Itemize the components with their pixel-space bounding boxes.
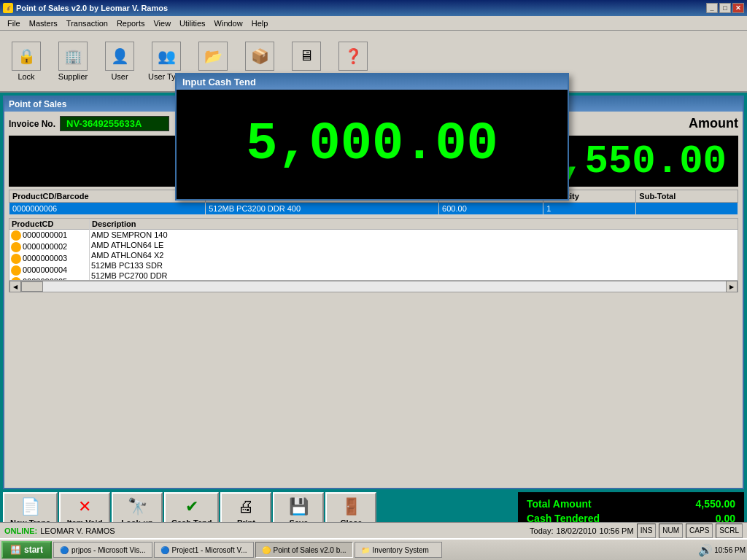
toolbar-icon-product: 📦 (245, 42, 274, 71)
toolbar-icon-about: ❓ (338, 42, 368, 71)
toolbar-btn-lock[interactable]: 🔒 Lock (6, 42, 47, 81)
status-online: ONLINE: (4, 526, 37, 535)
toolbar-icon-user type: 👥 (152, 42, 181, 71)
scroll-track[interactable] (21, 281, 726, 292)
taskbar-item-pos-icon: 🟡 (262, 546, 271, 554)
list-item-desc[interactable]: AMD ATHLON64 LE (90, 240, 738, 250)
list-item[interactable]: 0000000001 (9, 230, 89, 241)
toolbar-label-user: User (111, 72, 128, 81)
status-today-label: Today: (530, 526, 553, 535)
windows-logo: 🪟 (10, 545, 21, 555)
total-amount-label: Total Amount (527, 498, 592, 510)
taskbar-time: 10:56 PM (714, 546, 746, 554)
taskbar-item-project1[interactable]: 🔵 Project1 - Microsoft V... (154, 542, 254, 558)
taskbar-item-inventory[interactable]: 📁 Inventory System (355, 542, 442, 558)
cell-unit-price: 600.00 (439, 203, 543, 215)
menu-item-file[interactable]: File (3, 18, 25, 29)
close-app-icon: 🚪 (341, 497, 361, 517)
taskbar-item-prjpos-label: prjpos - Microsoft Vis... (71, 546, 146, 554)
menu-item-transaction[interactable]: Transaction (62, 18, 112, 29)
start-button[interactable]: 🪟 start (1, 541, 52, 559)
new-trans-icon: 📄 (20, 497, 40, 517)
menu-bar: FileMastersTransactionReportsViewUtiliti… (0, 16, 747, 31)
title-bar: 💰 Point of Sales v2.0 by Leomar V. Ramos… (0, 0, 747, 16)
horizontal-scrollbar[interactable]: ◀ ▶ (9, 281, 738, 292)
taskbar-item-pos-label: Point of Sales v2.0 b... (274, 546, 347, 554)
total-amount-row: Total Amount 4,550.00 (527, 498, 735, 510)
modal-title-bar: Input Cash Tend (177, 74, 568, 90)
status-time: 10:56 PM (600, 526, 634, 535)
minimize-button[interactable]: _ (706, 3, 718, 13)
status-user: LEOMAR V. RAMOS (40, 526, 115, 535)
taskbar-items: 🔵 prjpos - Microsoft Vis... 🔵 Project1 -… (53, 542, 697, 558)
cash-tend-icon: ✔ (185, 497, 198, 517)
list-header-description: Description (90, 219, 738, 230)
taskbar-item-project1-icon: 🔵 (160, 546, 169, 554)
scroll-right-btn[interactable]: ▶ (726, 281, 738, 292)
toolbar-label-supplier: Supplier (58, 72, 88, 81)
taskbar-item-inventory-label: Inventory System (373, 546, 429, 554)
maximize-button[interactable]: □ (719, 3, 731, 13)
cash-tend-modal: Input Cash Tend 5,000.00 (175, 73, 569, 201)
toolbar-btn-supplier[interactable]: 🏢 Supplier (53, 42, 93, 81)
taskbar-item-pos[interactable]: 🟡 Point of Sales v2.0 b... (255, 542, 353, 558)
menu-item-view[interactable]: View (149, 18, 175, 29)
modal-title: Input Cash Tend (182, 77, 256, 88)
close-button[interactable]: ✕ (732, 3, 744, 13)
menu-item-reports[interactable]: Reports (112, 18, 150, 29)
list-item-desc[interactable]: 512MB PC2700 DDR (90, 271, 738, 281)
item-void-icon: ✕ (78, 497, 91, 517)
invoice-value: NV-3649255633A (60, 116, 169, 131)
invoice-label: Invoice No. (9, 119, 55, 129)
list-header-productcd: ProductCD (9, 219, 89, 230)
col-sub-total: Sub-Total (636, 190, 738, 203)
cell-quantity: 1 (543, 203, 636, 215)
start-label: start (24, 545, 43, 555)
toolbar-icon-user: 👤 (105, 42, 134, 71)
amount-label: Amount (689, 116, 738, 131)
taskbar-item-prjpos-icon: 🔵 (60, 546, 69, 554)
scroll-thumb[interactable] (21, 281, 43, 292)
taskbar-item-project1-label: Project1 - Microsoft V... (172, 546, 247, 554)
list-item-desc[interactable]: AMD ATHLON64 X2 (90, 250, 738, 260)
menu-item-help[interactable]: Help (247, 18, 273, 29)
list-item-desc[interactable]: 512MB PC133 SDR (90, 260, 738, 271)
taskbar-clock: 🔊 10:56 PM (698, 543, 746, 557)
status-bar: ONLINE: LEOMAR V. RAMOS Today: 18/02/201… (0, 522, 747, 538)
toolbar-icon-category: 📂 (198, 42, 228, 71)
toolbar-btn-user[interactable]: 👤 User (99, 42, 140, 81)
list-item[interactable]: 0000000003 (9, 253, 89, 265)
toolbar-icon-pos: 🖥 (292, 42, 321, 71)
toolbar-icon-lock: 🔒 (12, 42, 41, 71)
modal-content: 5,000.00 (177, 90, 568, 199)
indicator-caps: CAPS (686, 524, 713, 538)
taskbar-item-prjpos[interactable]: 🔵 prjpos - Microsoft Vis... (53, 542, 152, 558)
modal-amount-value: 5,000.00 (246, 114, 498, 174)
indicator-ins: INS (637, 524, 657, 538)
menu-item-window[interactable]: Window (210, 18, 247, 29)
table-row[interactable]: 0000000006 512MB PC3200 DDR 400 600.00 1 (9, 203, 738, 215)
taskbar-item-inventory-icon: 📁 (361, 546, 370, 554)
window-title: Point of Sales v2.0 by Leomar V. Ramos (16, 4, 168, 12)
look-up-icon: 🔭 (128, 497, 147, 517)
cell-description: 512MB PC3200 DDR 400 (206, 203, 439, 215)
toolbar-icon-supplier: 🏢 (58, 42, 88, 71)
list-item-desc[interactable]: AMD SEMPRON 140 (90, 230, 738, 240)
cell-sub-total (636, 203, 738, 215)
app-icon: 💰 (3, 3, 13, 13)
indicator-num: NUM (659, 524, 683, 538)
list-item[interactable]: 0000000004 (9, 265, 89, 276)
total-amount-value: 4,550.00 (696, 498, 736, 510)
product-list: ProductCD 0000000001 0000000002 00000000… (9, 218, 738, 281)
indicator-scrl: SCRL (716, 524, 743, 538)
print-icon: 🖨 (238, 497, 254, 517)
speaker-icon: 🔊 (698, 543, 713, 557)
list-item[interactable]: 0000000002 (9, 241, 89, 253)
menu-item-utilities[interactable]: Utilities (175, 18, 209, 29)
toolbar-label-lock: Lock (18, 72, 34, 81)
scroll-left-btn[interactable]: ◀ (9, 281, 21, 292)
cell-productcd: 0000000006 (9, 203, 206, 215)
menu-item-masters[interactable]: Masters (25, 18, 62, 29)
save-icon: 💾 (289, 497, 309, 517)
taskbar: 🪟 start 🔵 prjpos - Microsoft Vis... 🔵 Pr… (0, 538, 747, 560)
